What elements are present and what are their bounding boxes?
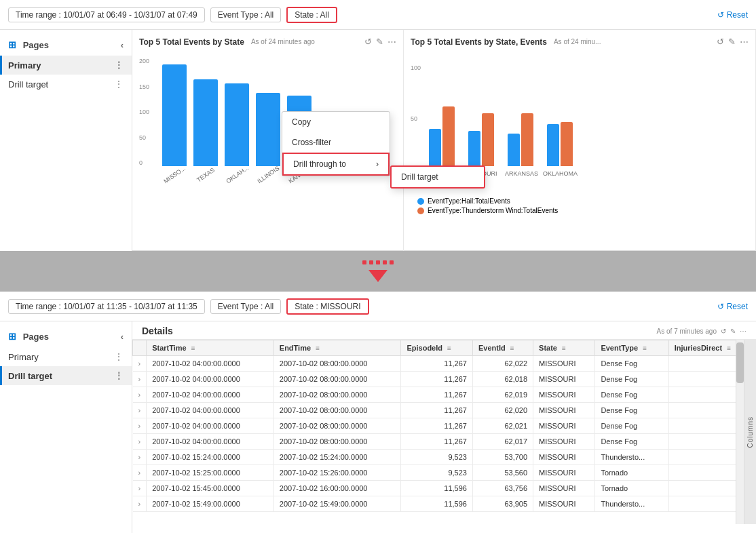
cell-eventid: 53,560 [472, 465, 533, 481]
bar-group-0 [162, 64, 187, 166]
edit-icon[interactable]: ✎ [376, 37, 383, 47]
columns-sidebar[interactable]: Columns [744, 340, 756, 524]
bar-oklahoma-orange[interactable] [561, 122, 573, 166]
col-state[interactable]: State ≡ [533, 340, 595, 356]
cell-episodeid: 11,267 [401, 418, 473, 434]
details-more-icon[interactable]: ⋯ [740, 328, 746, 335]
collapse-icon[interactable]: ‹ [121, 40, 124, 50]
bar-missouri-orange[interactable] [482, 113, 494, 166]
reset-icon: ↺ [717, 10, 724, 20]
more-icon2[interactable]: ⋯ [740, 37, 749, 47]
table-row: › 2007-10-02 04:00:00.0000 2007-10-02 08… [133, 434, 756, 450]
pages-header: ⊞ Pages ‹ [0, 37, 132, 56]
cell-endtime: 2007-10-02 16:00:00.0000 [273, 481, 401, 496]
top-sidebar: ⊞ Pages ‹ Primary ⋮ Drill target ⋮ [0, 30, 132, 251]
cell-state: MISSOURI [533, 434, 595, 450]
cell-state: MISSOURI [533, 450, 595, 465]
expand-cell[interactable]: › [133, 450, 147, 465]
expand-cell[interactable]: › [133, 387, 147, 403]
cell-endtime: 2007-10-02 15:26:00.0000 [273, 465, 401, 481]
time-range-filter[interactable]: Time range : 10/01/07 at 06:49 - 10/31/0… [8, 7, 205, 22]
expand-cell[interactable]: › [133, 403, 147, 418]
submenu-drill-target[interactable]: Drill target [392, 167, 484, 187]
expand-cell[interactable]: › [133, 418, 147, 434]
bar-label-0: MISSO... [162, 165, 186, 185]
chart2-container: Top 5 Total Events by State, Events As o… [404, 30, 756, 251]
bar-misso[interactable] [162, 64, 187, 166]
col-starttime[interactable]: StartTime ≡ [147, 340, 274, 356]
bar-arkansas-blue[interactable] [508, 134, 520, 166]
bottom-sidebar-item-drill-target[interactable]: Drill target ⋮ [0, 366, 132, 385]
expand-cell[interactable]: › [133, 481, 147, 496]
bottom-time-range-filter[interactable]: Time range : 10/01/07 at 11:35 - 10/31/0… [8, 299, 205, 314]
sidebar-item-drill-target[interactable]: Drill target ⋮ [0, 75, 132, 94]
expand-cell[interactable]: › [133, 356, 147, 372]
details-table: StartTime ≡ EndTime ≡ EpisodeId ≡ EventI… [132, 340, 756, 512]
bottom-sidebar-item-primary[interactable]: Primary ⋮ [0, 347, 132, 366]
cell-eventtype: Tornado [595, 481, 668, 496]
table-row: › 2007-10-02 04:00:00.0000 2007-10-02 08… [133, 403, 756, 418]
bar-michigan-blue[interactable] [429, 129, 441, 166]
more-icon-primary[interactable]: ⋮ [114, 60, 124, 71]
top-reset-button[interactable]: ↺ Reset [717, 10, 748, 20]
expand-cell[interactable]: › [133, 372, 147, 387]
cell-eventtype: Dense Fog [595, 356, 668, 372]
context-menu-drill-through[interactable]: Drill through to › [282, 153, 390, 176]
sidebar-item-primary[interactable]: Primary ⋮ [0, 56, 132, 75]
cell-eventtype: Dense Fog [595, 372, 668, 387]
scrollbar-thumb[interactable] [736, 342, 744, 383]
cell-episodeid: 11,267 [401, 372, 473, 387]
refresh-icon[interactable]: ↺ [364, 37, 372, 47]
cell-eventid: 62,020 [472, 403, 533, 418]
col-eventtype[interactable]: EventType ≡ [595, 340, 668, 356]
expand-cell[interactable]: › [133, 496, 147, 512]
cell-episodeid: 11,267 [401, 387, 473, 403]
refresh-icon2[interactable]: ↺ [717, 37, 724, 47]
more-icon-drill[interactable]: ⋮ [114, 79, 124, 90]
bottom-collapse-icon[interactable]: ‹ [121, 332, 124, 342]
cell-state: MISSOURI [533, 372, 595, 387]
expand-header [133, 340, 147, 356]
state-filter[interactable]: State : All [286, 7, 337, 23]
cell-eventtype: Dense Fog [595, 387, 668, 403]
top-filter-bar: Time range : 10/01/07 at 06:49 - 10/31/0… [0, 0, 756, 30]
cell-endtime: 2007-10-02 15:49:00.0000 [273, 496, 401, 512]
chart1-title-row: Top 5 Total Events by State As of 24 min… [139, 37, 396, 47]
charts-area: Top 5 Total Events by State As of 24 min… [132, 30, 756, 251]
table-row: › 2007-10-02 15:45:00.0000 2007-10-02 16… [133, 481, 756, 496]
cell-episodeid: 11,267 [401, 434, 473, 450]
bar-oklah[interactable] [225, 83, 249, 166]
bottom-more-icon-drill[interactable]: ⋮ [114, 370, 124, 381]
bar-missouri-blue[interactable] [468, 131, 480, 166]
cell-eventid: 63,905 [472, 496, 533, 512]
context-menu-cross-filter[interactable]: Cross-filter [282, 132, 390, 153]
event-type-filter[interactable]: Event Type : All [210, 7, 282, 22]
col-eventid[interactable]: EventId ≡ [472, 340, 533, 356]
col-episodeid[interactable]: EpisodeId ≡ [401, 340, 473, 356]
bottom-reset-button[interactable]: ↺ Reset [717, 302, 748, 311]
bar-michigan-orange[interactable] [442, 106, 455, 166]
expand-cell[interactable]: › [133, 465, 147, 481]
col-endtime[interactable]: EndTime ≡ [273, 340, 401, 356]
cell-state: MISSOURI [533, 465, 595, 481]
bar-illinois[interactable] [256, 93, 280, 166]
cell-starttime: 2007-10-02 04:00:00.0000 [147, 434, 274, 450]
edit-icon2[interactable]: ✎ [728, 37, 736, 47]
chart2-title-row: Top 5 Total Events by State, Events As o… [411, 37, 749, 47]
bar-oklahoma-blue[interactable] [547, 124, 559, 166]
expand-cell[interactable]: › [133, 434, 147, 450]
details-refresh-icon[interactable]: ↺ [721, 328, 726, 335]
bottom-event-type-filter[interactable]: Event Type : All [210, 299, 282, 314]
cell-episodeid: 11,267 [401, 356, 473, 372]
details-edit-icon[interactable]: ✎ [730, 328, 736, 335]
cell-starttime: 2007-10-02 04:00:00.0000 [147, 356, 274, 372]
scrollbar[interactable] [736, 340, 744, 524]
bottom-state-filter[interactable]: State : MISSOURI [286, 298, 368, 315]
bar-texas[interactable] [193, 79, 218, 166]
context-menu-copy[interactable]: Copy [282, 112, 390, 132]
bar-arkansas-orange[interactable] [521, 113, 533, 166]
bottom-more-icon-primary[interactable]: ⋮ [114, 351, 124, 362]
cell-endtime: 2007-10-02 08:00:00.0000 [273, 387, 401, 403]
more-icon[interactable]: ⋯ [388, 37, 396, 47]
table-row: › 2007-10-02 04:00:00.0000 2007-10-02 08… [133, 356, 756, 372]
